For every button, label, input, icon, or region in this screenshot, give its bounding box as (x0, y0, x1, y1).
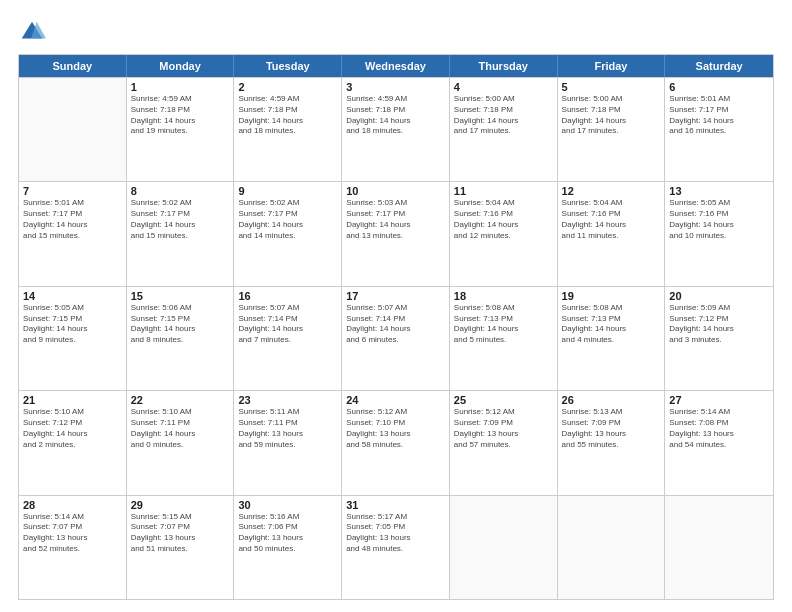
cell-line: Sunset: 7:10 PM (346, 418, 445, 429)
cell-line: Sunset: 7:17 PM (669, 105, 769, 116)
cell-line: Sunrise: 5:12 AM (346, 407, 445, 418)
cell-line: Daylight: 14 hours (238, 324, 337, 335)
cell-line: and 54 minutes. (669, 440, 769, 451)
calendar-cell (558, 496, 666, 599)
calendar-cell: 14Sunrise: 5:05 AMSunset: 7:15 PMDayligh… (19, 287, 127, 390)
calendar-cell: 2Sunrise: 4:59 AMSunset: 7:18 PMDaylight… (234, 78, 342, 181)
cell-line: Sunset: 7:14 PM (346, 314, 445, 325)
cell-line: Daylight: 13 hours (238, 429, 337, 440)
cell-line: Sunset: 7:07 PM (131, 522, 230, 533)
cell-line: and 17 minutes. (562, 126, 661, 137)
calendar-cell: 27Sunrise: 5:14 AMSunset: 7:08 PMDayligh… (665, 391, 773, 494)
cell-line: Sunrise: 5:04 AM (562, 198, 661, 209)
cell-line: Daylight: 13 hours (562, 429, 661, 440)
day-number: 16 (238, 290, 337, 302)
cell-line: and 17 minutes. (454, 126, 553, 137)
cell-line: Sunrise: 5:07 AM (238, 303, 337, 314)
cell-line: and 7 minutes. (238, 335, 337, 346)
cell-line: and 18 minutes. (346, 126, 445, 137)
cell-line: Daylight: 13 hours (346, 533, 445, 544)
cell-line: Daylight: 13 hours (238, 533, 337, 544)
day-number: 8 (131, 185, 230, 197)
cell-line: Sunrise: 5:12 AM (454, 407, 553, 418)
day-number: 4 (454, 81, 553, 93)
cell-line: and 12 minutes. (454, 231, 553, 242)
cell-line: and 0 minutes. (131, 440, 230, 451)
day-number: 11 (454, 185, 553, 197)
day-number: 26 (562, 394, 661, 406)
calendar-cell: 22Sunrise: 5:10 AMSunset: 7:11 PMDayligh… (127, 391, 235, 494)
day-number: 6 (669, 81, 769, 93)
cell-line: Daylight: 14 hours (454, 220, 553, 231)
calendar-cell: 25Sunrise: 5:12 AMSunset: 7:09 PMDayligh… (450, 391, 558, 494)
calendar-cell (665, 496, 773, 599)
cell-line: Sunset: 7:16 PM (454, 209, 553, 220)
cell-line: Sunrise: 5:11 AM (238, 407, 337, 418)
cell-line: Sunrise: 5:08 AM (454, 303, 553, 314)
cell-line: Sunset: 7:15 PM (131, 314, 230, 325)
calendar-cell: 18Sunrise: 5:08 AMSunset: 7:13 PMDayligh… (450, 287, 558, 390)
calendar: SundayMondayTuesdayWednesdayThursdayFrid… (18, 54, 774, 600)
calendar-cell: 24Sunrise: 5:12 AMSunset: 7:10 PMDayligh… (342, 391, 450, 494)
cell-line: Daylight: 13 hours (346, 429, 445, 440)
calendar-header: SundayMondayTuesdayWednesdayThursdayFrid… (19, 55, 773, 77)
calendar-cell: 17Sunrise: 5:07 AMSunset: 7:14 PMDayligh… (342, 287, 450, 390)
cell-line: Sunset: 7:11 PM (131, 418, 230, 429)
day-number: 14 (23, 290, 122, 302)
cell-line: Sunrise: 5:01 AM (669, 94, 769, 105)
cell-line: Sunset: 7:12 PM (669, 314, 769, 325)
calendar-cell: 1Sunrise: 4:59 AMSunset: 7:18 PMDaylight… (127, 78, 235, 181)
cell-line: Daylight: 14 hours (346, 220, 445, 231)
cell-line: Sunrise: 5:04 AM (454, 198, 553, 209)
weekday-header: Tuesday (234, 55, 342, 77)
cell-line: Sunrise: 5:17 AM (346, 512, 445, 523)
day-number: 24 (346, 394, 445, 406)
cell-line: Daylight: 14 hours (131, 429, 230, 440)
cell-line: Sunset: 7:13 PM (454, 314, 553, 325)
cell-line: Sunset: 7:09 PM (454, 418, 553, 429)
cell-line: Daylight: 13 hours (454, 429, 553, 440)
day-number: 10 (346, 185, 445, 197)
cell-line: and 50 minutes. (238, 544, 337, 555)
calendar-cell: 13Sunrise: 5:05 AMSunset: 7:16 PMDayligh… (665, 182, 773, 285)
cell-line: Daylight: 14 hours (23, 324, 122, 335)
calendar-cell: 4Sunrise: 5:00 AMSunset: 7:18 PMDaylight… (450, 78, 558, 181)
calendar-cell: 23Sunrise: 5:11 AMSunset: 7:11 PMDayligh… (234, 391, 342, 494)
cell-line: Daylight: 14 hours (23, 220, 122, 231)
cell-line: Daylight: 13 hours (131, 533, 230, 544)
day-number: 3 (346, 81, 445, 93)
cell-line: Sunrise: 5:00 AM (562, 94, 661, 105)
cell-line: and 11 minutes. (562, 231, 661, 242)
calendar-cell: 8Sunrise: 5:02 AMSunset: 7:17 PMDaylight… (127, 182, 235, 285)
cell-line: Sunrise: 4:59 AM (131, 94, 230, 105)
day-number: 23 (238, 394, 337, 406)
page: SundayMondayTuesdayWednesdayThursdayFrid… (0, 0, 792, 612)
cell-line: Sunrise: 5:01 AM (23, 198, 122, 209)
calendar-cell: 29Sunrise: 5:15 AMSunset: 7:07 PMDayligh… (127, 496, 235, 599)
cell-line: Sunset: 7:06 PM (238, 522, 337, 533)
cell-line: and 3 minutes. (669, 335, 769, 346)
cell-line: Daylight: 14 hours (131, 324, 230, 335)
day-number: 17 (346, 290, 445, 302)
calendar-body: 1Sunrise: 4:59 AMSunset: 7:18 PMDaylight… (19, 77, 773, 599)
calendar-cell (19, 78, 127, 181)
day-number: 28 (23, 499, 122, 511)
weekday-header: Friday (558, 55, 666, 77)
cell-line: and 15 minutes. (131, 231, 230, 242)
cell-line: and 55 minutes. (562, 440, 661, 451)
cell-line: Sunrise: 5:14 AM (23, 512, 122, 523)
cell-line: Sunset: 7:08 PM (669, 418, 769, 429)
cell-line: Sunrise: 5:02 AM (131, 198, 230, 209)
calendar-cell: 30Sunrise: 5:16 AMSunset: 7:06 PMDayligh… (234, 496, 342, 599)
cell-line: Daylight: 14 hours (562, 116, 661, 127)
cell-line: and 48 minutes. (346, 544, 445, 555)
day-number: 2 (238, 81, 337, 93)
cell-line: Sunset: 7:12 PM (23, 418, 122, 429)
cell-line: Sunrise: 5:07 AM (346, 303, 445, 314)
cell-line: Sunrise: 5:14 AM (669, 407, 769, 418)
cell-line: Sunset: 7:17 PM (346, 209, 445, 220)
cell-line: Daylight: 14 hours (562, 324, 661, 335)
cell-line: Sunset: 7:18 PM (454, 105, 553, 116)
cell-line: Sunrise: 5:10 AM (23, 407, 122, 418)
cell-line: Daylight: 13 hours (23, 533, 122, 544)
